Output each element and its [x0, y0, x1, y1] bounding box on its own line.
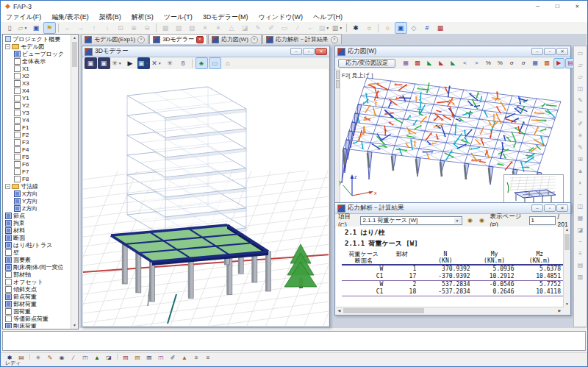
view-shaded-icon[interactable]: ▣	[85, 57, 97, 69]
menu-s[interactable]: 解析(S)	[126, 13, 159, 22]
tree-item-モデル図[interactable]: −モデル図	[4, 43, 71, 50]
table-row[interactable]: W1370.93925.09365.6378	[342, 265, 563, 273]
wave-tool-icon[interactable]: ~	[575, 190, 586, 200]
tree-item-節点[interactable]: 節点	[4, 212, 71, 219]
diamond-tool-icon[interactable]: ◇	[408, 22, 420, 34]
tree-item-F3[interactable]: F3	[4, 138, 71, 146]
stress-viewport[interactable]: F2[ 見上げ ] zxy	[336, 69, 570, 211]
stress-close-icon[interactable]: ✕	[556, 48, 568, 55]
tree-item-部材荷重[interactable]: 部材荷重	[4, 300, 71, 307]
checkbox-unchecked[interactable]	[14, 80, 21, 87]
diagram-filled-icon[interactable]: ▩	[412, 58, 423, 68]
scroll-up-icon[interactable]: ▲	[564, 227, 570, 233]
grid-blue-icon[interactable]: ▦	[530, 58, 541, 68]
tree-item-等価節点荷重[interactable]: 等価節点荷重	[4, 315, 71, 322]
checkbox-unchecked[interactable]	[14, 168, 21, 175]
tree-item-F7[interactable]: F7	[4, 168, 71, 175]
checkbox-checked[interactable]	[5, 242, 12, 249]
sigma-a-icon[interactable]: σ	[506, 58, 517, 68]
results-titlebar[interactable]: 応力解析－計算結果 – ▫ ✕	[335, 203, 570, 214]
scroll-down-icon[interactable]: ▼	[564, 301, 570, 307]
minimize-icon[interactable]: ─	[528, 1, 548, 12]
table-row[interactable]: W2537.2834-0.05465.7752	[342, 281, 563, 289]
frame-tool-icon[interactable]: ◫	[575, 202, 586, 212]
tree-item-はり/柱/トラス[interactable]: はり/柱/トラス	[4, 241, 71, 249]
tree-item-F6[interactable]: F6	[4, 160, 71, 168]
tree-item-F8[interactable]: F8	[4, 175, 71, 182]
tree-item-材料[interactable]: 材料	[4, 227, 71, 234]
tab-close-icon[interactable]: ✕	[251, 36, 258, 43]
checkbox-unchecked[interactable]	[14, 176, 21, 182]
checkbox-unchecked[interactable]	[14, 102, 21, 109]
result-grid-icon[interactable]: ▦	[434, 22, 447, 34]
lamp-icon[interactable]: ☼	[363, 22, 376, 34]
render-mode-icon[interactable]: ✳▼	[111, 57, 123, 69]
checkbox-unchecked[interactable]	[14, 161, 21, 168]
grid-tool-icon[interactable]: ⊞	[575, 154, 586, 165]
scroll-right-icon[interactable]: ▶	[556, 307, 563, 314]
checkbox-checked[interactable]	[14, 198, 21, 204]
results-close-icon[interactable]: ✕	[556, 204, 568, 212]
collapse-panel-icon[interactable]: ▭	[575, 49, 586, 59]
show-tree-icon[interactable]: ♣	[196, 57, 208, 69]
measure-icon[interactable]: ✱	[350, 22, 362, 34]
modeler-titlebar[interactable]: 3Dモデラー – ▫ ✕	[82, 46, 329, 57]
modeler-restore-icon[interactable]: ▫	[303, 48, 315, 55]
animate-icon[interactable]: ▶	[553, 58, 564, 68]
checkbox-unchecked[interactable]	[14, 146, 21, 153]
checkbox-checked[interactable]	[5, 235, 12, 241]
tree-item-面荷重[interactable]: 面荷重	[4, 307, 71, 315]
checkbox-unchecked[interactable]	[5, 279, 12, 285]
modeler-minimize-icon[interactable]: –	[290, 48, 302, 55]
rows-tool-icon[interactable]: ▤	[575, 260, 586, 271]
stress-titlebar[interactable]: 応力図(W) – ▫ ✕	[335, 46, 570, 57]
tree-item-X1[interactable]: X1	[4, 65, 71, 72]
checkbox-unchecked[interactable]	[5, 271, 12, 278]
results-vscrollbar[interactable]: ▲ ▼	[563, 227, 570, 307]
tree-item-断面[interactable]: 断面	[4, 234, 71, 241]
open-folder-icon[interactable]: ▱▼	[17, 22, 29, 34]
tree-item-F4[interactable]: F4	[4, 146, 71, 153]
tree-item-剛床荷重[interactable]: 剛床荷重	[4, 322, 71, 328]
chart-n-icon[interactable]: ◣	[424, 58, 435, 68]
checkbox-unchecked[interactable]	[14, 154, 21, 160]
maximize-icon[interactable]: ☐	[548, 1, 567, 12]
tree-item-X4[interactable]: X4	[4, 87, 71, 94]
calc-run-icon[interactable]: ☼	[381, 22, 394, 34]
expander-icon[interactable]: −	[5, 184, 10, 189]
snap-tool-icon[interactable]: ✳	[575, 131, 586, 141]
tree-item-Y4[interactable]: Y4	[4, 116, 71, 124]
results-hscrollbar[interactable]: ◀ ▶	[336, 307, 563, 314]
checkbox-checked[interactable]	[5, 220, 12, 227]
cut-tool-icon[interactable]: ✂	[575, 107, 586, 118]
tree-item-傾斜支点[interactable]: 傾斜支点	[4, 285, 71, 293]
menu-f[interactable]: ファイル(F)	[1, 13, 46, 22]
find-next-icon[interactable]: ◉	[476, 215, 487, 226]
tab-応力解析－計算結果[interactable]: 応力解析－計算結果✕	[262, 34, 342, 44]
tab-close-icon[interactable]: ✕	[331, 36, 338, 43]
pencil-tool-icon[interactable]: ✐	[575, 119, 586, 129]
next-case-icon[interactable]: >	[471, 58, 482, 68]
checkbox-unchecked[interactable]	[5, 308, 12, 315]
tab-モデル図(Exp1)[interactable]: モデル図(Exp1)✕	[81, 34, 148, 44]
section-list-icon[interactable]: #	[421, 22, 434, 34]
new-file-icon[interactable]: ▯	[4, 22, 16, 34]
menu-h[interactable]: ヘルプ(H)	[308, 13, 348, 22]
value-pct-1-icon[interactable]: %	[483, 58, 494, 68]
scroll-thumb[interactable]	[343, 308, 424, 313]
arc-tool-icon[interactable]: ◗	[575, 178, 586, 188]
grid-color-icon[interactable]: ▩	[542, 58, 553, 68]
tree-item-全体表示[interactable]: 全体表示	[4, 57, 71, 65]
tree-item-X方向[interactable]: X方向	[4, 190, 71, 197]
sigma-b-icon[interactable]: σ	[518, 58, 529, 68]
results-restore-icon[interactable]: ▫	[544, 204, 556, 212]
menu-w[interactable]: ウィンドウ(W)	[253, 13, 308, 22]
list-tool-icon[interactable]: ≡	[575, 249, 586, 259]
scroll-left-icon[interactable]: ◀	[336, 307, 343, 314]
tree-item-オフセット[interactable]: オフセット	[4, 278, 71, 285]
checkbox-unchecked[interactable]	[14, 65, 21, 72]
checkbox-checked[interactable]	[14, 51, 21, 57]
stress-restore-icon[interactable]: ▫	[544, 48, 556, 55]
table-row[interactable]: C118-537.28340.264610.4118	[342, 288, 563, 296]
checkbox-unchecked[interactable]	[14, 58, 21, 65]
